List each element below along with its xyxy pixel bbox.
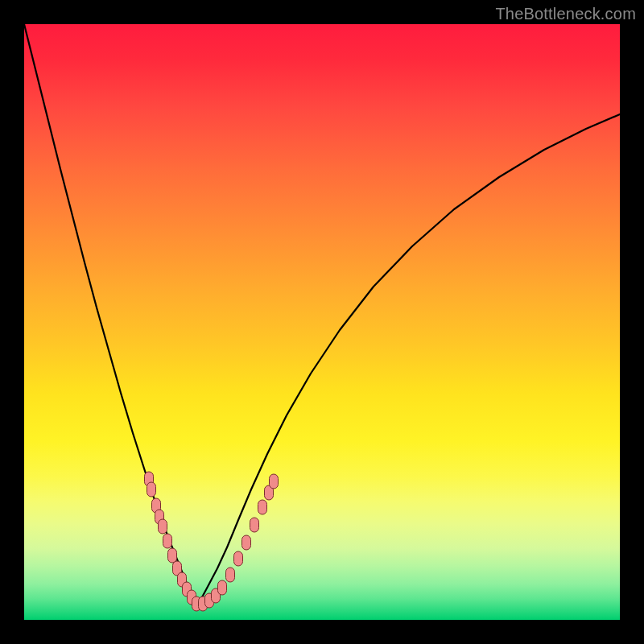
- marker-group: [145, 472, 279, 611]
- curve-marker: [168, 548, 177, 563]
- chart-svg: [24, 24, 620, 620]
- curve-marker: [147, 482, 156, 497]
- curve-marker: [250, 518, 259, 532]
- plot-area: [24, 24, 620, 620]
- curve-marker: [226, 568, 235, 582]
- curve-marker: [258, 500, 267, 514]
- curve-marker: [218, 580, 227, 595]
- curve-marker: [242, 535, 251, 550]
- bottleneck-curve: [24, 24, 620, 605]
- curve-marker: [234, 551, 243, 566]
- curve-marker: [270, 474, 279, 489]
- chart-frame: TheBottleneck.com: [0, 0, 644, 644]
- curve-marker: [163, 534, 172, 548]
- curve-group: [24, 24, 620, 605]
- curve-marker: [159, 519, 167, 534]
- watermark-text: TheBottleneck.com: [495, 5, 636, 23]
